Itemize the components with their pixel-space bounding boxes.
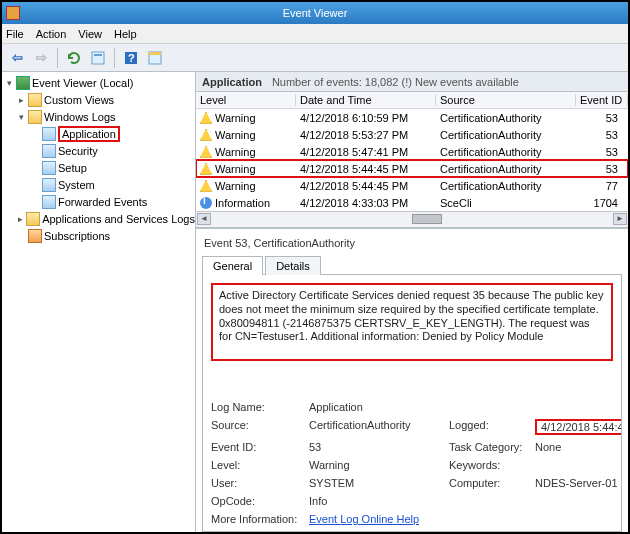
date-cell: 4/12/2018 5:44:45 PM (296, 163, 436, 175)
scroll-right-icon[interactable]: ► (613, 213, 627, 225)
log-icon (42, 127, 56, 141)
taskcat-label: Task Category: (449, 441, 535, 453)
level-label: Level: (211, 459, 309, 471)
col-date[interactable]: Date and Time (296, 94, 436, 106)
tree-subscriptions[interactable]: Subscriptions (2, 227, 195, 244)
eventid-label: Event ID: (211, 441, 309, 453)
source-cell: CertificationAuthority (436, 112, 576, 124)
log-icon (42, 161, 56, 175)
folder-icon (28, 110, 42, 124)
scroll-thumb[interactable] (412, 214, 442, 224)
table-row[interactable]: Warning4/12/2018 5:53:27 PMCertification… (196, 126, 628, 143)
svg-rect-5 (149, 52, 161, 55)
subscriptions-icon (28, 229, 42, 243)
properties-icon[interactable] (87, 47, 109, 69)
source-cell: SceCli (436, 197, 576, 209)
detail-title: Event 53, CertificationAuthority (202, 233, 622, 255)
event-properties: Log Name: Application Source: Certificat… (211, 401, 613, 525)
online-help-link[interactable]: Event Log Online Help (309, 513, 419, 525)
source-cell: CertificationAuthority (436, 163, 576, 175)
back-button[interactable]: ⇦ (6, 47, 28, 69)
level-text: Warning (215, 112, 256, 124)
level-text: Warning (215, 129, 256, 141)
level-text: Warning (215, 163, 256, 175)
event-viewer-window: Event Viewer File Action View Help ⇦ ⇨ ?… (0, 0, 630, 534)
scroll-left-icon[interactable]: ◄ (197, 213, 211, 225)
tree-system[interactable]: System (2, 176, 195, 193)
filter-icon[interactable] (144, 47, 166, 69)
eventid-cell: 53 (576, 163, 628, 175)
level-value: Warning (309, 459, 449, 471)
category-name: Application (202, 76, 262, 88)
warning-icon (200, 112, 212, 124)
tree-custom-views[interactable]: ▸Custom Views (2, 91, 195, 108)
svg-rect-1 (94, 54, 102, 56)
forward-button[interactable]: ⇨ (30, 47, 52, 69)
user-value: SYSTEM (309, 477, 449, 489)
svg-text:?: ? (128, 52, 135, 64)
menu-action[interactable]: Action (36, 28, 67, 40)
warning-icon (200, 146, 212, 158)
svg-rect-0 (92, 52, 104, 64)
warning-icon (200, 163, 212, 175)
moreinfo-value: Event Log Online Help (309, 513, 449, 525)
log-icon (42, 178, 56, 192)
navigation-tree[interactable]: ▾Event Viewer (Local) ▸Custom Views ▾Win… (2, 72, 196, 532)
eventid-cell: 53 (576, 146, 628, 158)
col-level[interactable]: Level (196, 94, 296, 106)
tree-windows-logs[interactable]: ▾Windows Logs (2, 108, 195, 125)
source-cell: CertificationAuthority (436, 129, 576, 141)
console-icon (16, 76, 30, 90)
date-cell: 4/12/2018 5:53:27 PM (296, 129, 436, 141)
category-header: Application Number of events: 18,082 (!)… (196, 72, 628, 92)
level-text: Warning (215, 180, 256, 192)
event-grid[interactable]: Level Date and Time Source Event ID Warn… (196, 92, 628, 228)
date-cell: 4/12/2018 5:47:41 PM (296, 146, 436, 158)
moreinfo-label: More Information: (211, 513, 309, 525)
tree-forwarded[interactable]: Forwarded Events (2, 193, 195, 210)
source-value: CertificationAuthority (309, 419, 449, 435)
tab-general[interactable]: General (202, 256, 263, 275)
menu-file[interactable]: File (6, 28, 24, 40)
log-icon (42, 144, 56, 158)
application-highlight: Application (58, 126, 120, 142)
horizontal-scrollbar[interactable]: ◄ ► (196, 211, 628, 227)
app-icon (6, 6, 20, 20)
taskcat-value: None (535, 441, 622, 453)
right-pane: Application Number of events: 18,082 (!)… (196, 72, 628, 532)
toolbar: ⇦ ⇨ ? (2, 44, 628, 72)
tree-apps-services[interactable]: ▸Applications and Services Logs (2, 210, 195, 227)
tab-details[interactable]: Details (265, 256, 321, 275)
tree-security[interactable]: Security (2, 142, 195, 159)
col-source[interactable]: Source (436, 94, 576, 106)
computer-label: Computer: (449, 477, 535, 489)
help-icon[interactable]: ? (120, 47, 142, 69)
tree-application[interactable]: Application (2, 125, 195, 142)
detail-tabs: General Details (202, 255, 622, 275)
refresh-icon[interactable] (63, 47, 85, 69)
table-row[interactable]: Warning4/12/2018 5:44:45 PMCertification… (196, 177, 628, 194)
tree-setup[interactable]: Setup (2, 159, 195, 176)
folder-icon (26, 212, 40, 226)
computer-value: NDES-Server-01 (535, 477, 622, 489)
logname-value: Application (309, 401, 449, 413)
category-info: Number of events: 18,082 (!) New events … (272, 76, 519, 88)
table-row[interactable]: Warning4/12/2018 5:47:41 PMCertification… (196, 143, 628, 160)
logname-label: Log Name: (211, 401, 309, 413)
table-row[interactable]: Information4/12/2018 4:33:03 PMSceCli170… (196, 194, 628, 211)
source-cell: CertificationAuthority (436, 180, 576, 192)
opcode-value: Info (309, 495, 449, 507)
eventid-cell: 77 (576, 180, 628, 192)
col-eventid[interactable]: Event ID (576, 94, 628, 106)
table-row[interactable]: Warning4/12/2018 5:44:45 PMCertification… (196, 160, 628, 177)
logged-label: Logged: (449, 419, 535, 435)
titlebar: Event Viewer (2, 2, 628, 24)
content-area: ▾Event Viewer (Local) ▸Custom Views ▾Win… (2, 72, 628, 532)
warning-icon (200, 180, 212, 192)
menu-view[interactable]: View (78, 28, 102, 40)
menu-help[interactable]: Help (114, 28, 137, 40)
grid-header[interactable]: Level Date and Time Source Event ID (196, 92, 628, 109)
table-row[interactable]: Warning4/12/2018 6:10:59 PMCertification… (196, 109, 628, 126)
tree-root[interactable]: ▾Event Viewer (Local) (2, 74, 195, 91)
logged-value: 4/12/2018 5:44:45 PM (535, 419, 622, 435)
